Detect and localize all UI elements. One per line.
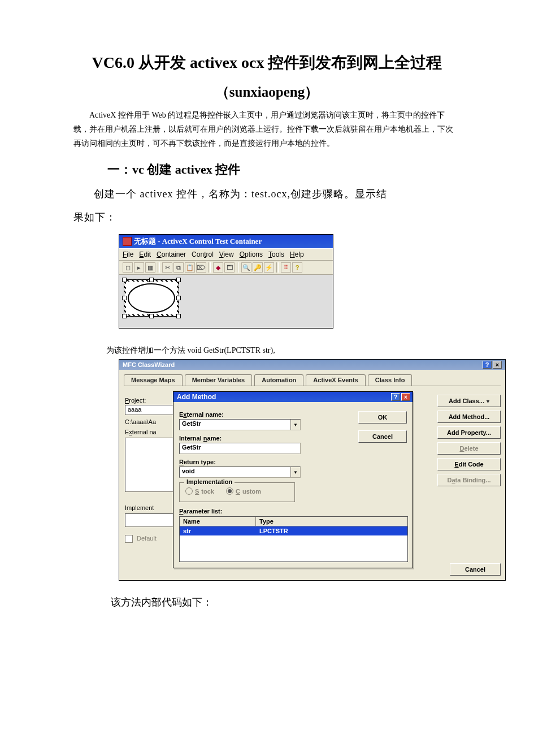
toolbar-grid-icon[interactable]: ⠿ xyxy=(281,262,291,273)
intro-paragraph: ActiveX 控件用于 Web 的过程是将控件嵌入主页中，用户通过浏览器访问该… xyxy=(73,108,461,151)
resize-handle[interactable] xyxy=(176,278,181,282)
page-title: VC6.0 从开发 activex ocx 控件到发布到网上全过程 xyxy=(73,51,461,75)
toolbar-find-icon[interactable]: 🔍 xyxy=(241,262,251,273)
parameter-empty-area[interactable] xyxy=(180,535,407,561)
tab-automation[interactable]: Automation xyxy=(254,374,303,386)
menu-help[interactable]: Help xyxy=(290,250,304,258)
toolbar-separator xyxy=(237,262,239,273)
menu-container[interactable]: Container xyxy=(157,250,186,258)
toolbar-props-icon[interactable]: 🗔 xyxy=(224,262,235,273)
dialog-help-icon[interactable]: ? xyxy=(391,393,400,401)
toolbar-diamond-icon[interactable]: ◆ xyxy=(213,262,223,273)
resize-handle[interactable] xyxy=(122,314,127,318)
add-method-dialog: Add Method ? × External name: GetStr ▼ xyxy=(173,391,413,568)
menubar[interactable]: File Edit Container Control View Options… xyxy=(119,248,333,260)
parameter-table[interactable]: Name Type str LPCTSTR xyxy=(179,516,408,562)
menu-tools[interactable]: Tools xyxy=(268,250,284,258)
add-method-button[interactable]: Add Method... xyxy=(437,411,501,423)
window-titlebar[interactable]: 无标题 - ActiveX Control Test Container xyxy=(119,235,333,248)
menu-edit[interactable]: Edit xyxy=(139,250,151,258)
resize-handle[interactable] xyxy=(176,314,181,318)
caption-method-code: 该方法内部代码如下： xyxy=(90,595,461,609)
wizard-cancel-button[interactable]: Cancel xyxy=(450,563,501,576)
control-selection[interactable] xyxy=(124,279,179,317)
dialog-close-icon[interactable]: × xyxy=(401,393,410,401)
toolbar-help-icon[interactable]: ? xyxy=(292,262,302,273)
parameter-row[interactable]: str LPCTSTR xyxy=(180,526,407,535)
body-line-1: 创建一个 activex 控件，名称为：test.ocx,创建步骤略。显示结 xyxy=(73,184,461,205)
menu-control[interactable]: Control xyxy=(192,250,214,258)
toolbar-cut-icon[interactable]: ✂ xyxy=(162,262,172,273)
data-binding-button[interactable]: Data Binding... xyxy=(437,474,501,486)
toolbar-copy-icon[interactable]: ⧉ xyxy=(173,262,184,273)
resize-handle[interactable] xyxy=(122,278,127,282)
toolbar-open-icon[interactable]: ▸ xyxy=(134,262,144,273)
tab-member-variables[interactable]: Member Variables xyxy=(185,374,253,386)
toolbar-delete-icon[interactable]: ⌦ xyxy=(196,262,206,273)
external-names-list[interactable] xyxy=(125,438,175,492)
toolbar-separator xyxy=(276,262,279,273)
edit-code-button[interactable]: Edit Code xyxy=(437,458,501,470)
tab-message-maps[interactable]: Message Maps xyxy=(124,374,183,386)
group-legend: Implementation xyxy=(184,478,235,485)
custom-radio[interactable]: Custom xyxy=(226,487,261,495)
svg-point-0 xyxy=(128,284,175,313)
caption-add-method: 为该控件增加一个方法 void GetStr(LPCTSTR str), xyxy=(90,345,461,356)
project-field[interactable]: aaaa xyxy=(125,405,175,415)
dialog-title: Add Method xyxy=(177,393,216,401)
window-title: 无标题 - ActiveX Control Test Container xyxy=(134,236,262,247)
chevron-down-icon[interactable]: ▼ xyxy=(290,420,300,430)
path-label: C:\aaaa\Aa xyxy=(125,418,175,425)
external-name-combo[interactable]: GetStr ▼ xyxy=(179,419,301,430)
return-type-combo[interactable]: void ▼ xyxy=(179,466,301,478)
resize-handle[interactable] xyxy=(176,296,181,300)
dialog-titlebar[interactable]: Add Method ? × xyxy=(173,392,413,402)
column-name[interactable]: Name xyxy=(180,517,256,526)
tab-class-info[interactable]: Class Info xyxy=(368,374,413,386)
implementation-field[interactable] xyxy=(125,513,175,527)
stock-radio[interactable]: Stock xyxy=(185,487,214,495)
menu-options[interactable]: Options xyxy=(240,250,263,258)
close-icon[interactable]: × xyxy=(493,361,502,369)
chevron-down-icon[interactable]: ▼ xyxy=(290,467,300,477)
toolbar-separator xyxy=(158,262,160,273)
classwizard-titlebar[interactable]: MFC ClassWizard ? × xyxy=(119,360,505,370)
body-line-2: 果如下： xyxy=(73,207,461,228)
default-label: Default xyxy=(137,535,157,542)
toolbar-paste-icon[interactable]: 📋 xyxy=(185,262,195,273)
resize-handle[interactable] xyxy=(149,278,154,282)
toolbar-new-icon[interactable]: ◻ xyxy=(123,262,133,273)
implementation-group: Implementation Stock Custom xyxy=(179,482,295,502)
default-checkbox[interactable] xyxy=(125,535,133,543)
resize-handle[interactable] xyxy=(149,314,154,318)
section-1-heading: 一：vc 创建 activex 控件 xyxy=(107,161,461,178)
tab-activex-events[interactable]: ActiveX Events xyxy=(306,374,365,386)
canvas-area[interactable] xyxy=(119,275,333,328)
help-icon[interactable]: ? xyxy=(483,361,492,369)
internal-name-field[interactable]: GetStr xyxy=(179,443,301,454)
ok-button[interactable]: OK xyxy=(358,411,407,424)
app-icon xyxy=(123,237,132,246)
default-checkbox-row: Default xyxy=(125,535,175,543)
toolbar: ◻ ▸ ▦ ✂ ⧉ 📋 ⌦ ◆ 🗔 🔍 🔑 ⚡ ⠿ ? xyxy=(119,260,333,275)
toolbar-save-icon[interactable]: ▦ xyxy=(145,262,155,273)
figure-test-container: 无标题 - ActiveX Control Test Container Fil… xyxy=(119,234,333,329)
param-type-cell: LPCTSTR xyxy=(256,526,407,535)
menu-view[interactable]: View xyxy=(219,250,234,258)
column-type[interactable]: Type xyxy=(256,517,407,526)
return-type-label: Return type: xyxy=(179,459,306,465)
internal-name-label: Internal name: xyxy=(179,435,306,442)
tab-strip: Message Maps Member Variables Automation… xyxy=(124,374,501,386)
external-name-label-cut: External na xyxy=(125,429,175,435)
page-subtitle: （sunxiaopeng） xyxy=(73,83,461,101)
cancel-button[interactable]: Cancel xyxy=(358,430,407,443)
toolbar-key-icon[interactable]: 🔑 xyxy=(253,262,263,273)
add-property-button[interactable]: Add Property... xyxy=(437,426,501,439)
resize-handle[interactable] xyxy=(122,296,127,300)
implementation-label-cut: Implement xyxy=(125,504,175,511)
menu-file[interactable]: File xyxy=(123,250,133,258)
delete-button[interactable]: Delete xyxy=(437,442,501,455)
add-class-button[interactable]: Add Class... xyxy=(437,395,501,407)
toolbar-bolt-icon[interactable]: ⚡ xyxy=(264,262,274,273)
ellipse-icon xyxy=(126,282,177,315)
